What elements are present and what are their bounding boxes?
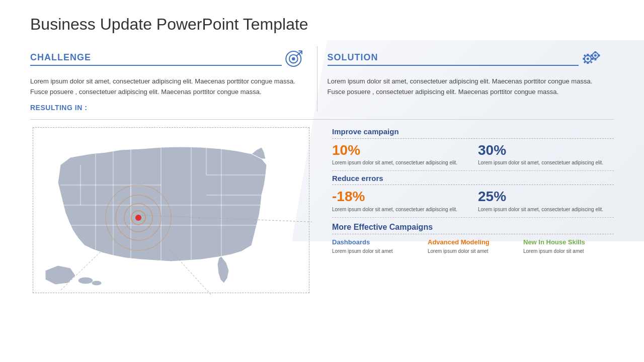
map-area <box>30 125 322 296</box>
svg-point-43 <box>135 215 141 221</box>
modeling-title: Advanced Modeling <box>428 238 518 246</box>
reduce-errors-metrics-row: -18% Lorem ipsum dolor sit amet, consect… <box>332 185 614 218</box>
more-effective-header: More Effective Campaigns <box>332 220 614 234</box>
challenge-title: CHALLENGE <box>30 52 282 66</box>
svg-rect-7 <box>587 62 589 64</box>
improve-metric-2-value: 30% <box>478 143 614 158</box>
svg-rect-6 <box>587 54 589 56</box>
solution-text: Lorem ipsum dolor sit amet, consectetuer… <box>328 76 604 98</box>
skills-title: New In House Skills <box>523 238 614 246</box>
resulting-in-label: RESULTING IN : <box>30 104 307 112</box>
campaign-item-modeling: Advanced Modeling Lorem ipsum dolor sit … <box>428 238 518 255</box>
svg-point-20 <box>78 277 93 284</box>
svg-point-2 <box>292 57 295 61</box>
main-title: Business Update PowerPoint Template <box>30 15 614 34</box>
gear-icon <box>579 46 604 71</box>
svg-rect-17 <box>594 59 596 60</box>
usa-map-container <box>30 125 312 296</box>
svg-rect-18 <box>591 54 592 56</box>
reduce-metric-1: -18% Lorem ipsum dolor sit amet, consect… <box>332 189 468 213</box>
challenge-text: Lorem ipsum dolor sit amet, consectetuer… <box>30 76 307 98</box>
challenge-header: CHALLENGE <box>30 46 307 71</box>
svg-point-5 <box>587 58 589 60</box>
slide: Business Update PowerPoint Template CHAL… <box>0 0 644 362</box>
campaign-item-dashboards: Dashboards Lorem ipsum dolor sit amet <box>332 238 423 255</box>
solution-column: SOLUTION <box>317 46 614 112</box>
svg-point-15 <box>594 54 597 57</box>
skills-desc: Lorem ipsum dolor sit amet <box>523 248 614 255</box>
solution-title: SOLUTION <box>328 52 579 66</box>
data-area: Improve campaign 10% Lorem ipsum dolor s… <box>322 125 614 296</box>
improve-metric-1-desc: Lorem ipsum dolor sit amet, consectetuer… <box>332 159 468 166</box>
top-section: CHALLENGE Lorem ipsum dolor sit amet, co… <box>30 46 614 120</box>
campaign-item-skills: New In House Skills Lorem ipsum dolor si… <box>523 238 614 255</box>
solution-header: SOLUTION <box>328 46 604 71</box>
reduce-errors-header: Reduce errors <box>332 171 614 185</box>
challenge-column: CHALLENGE Lorem ipsum dolor sit amet, co… <box>30 46 317 112</box>
improve-metric-2: 30% Lorem ipsum dolor sit amet, consecte… <box>478 143 614 167</box>
improve-metric-1: 10% Lorem ipsum dolor sit amet, consecte… <box>332 143 468 167</box>
svg-rect-19 <box>598 54 600 56</box>
usa-map-svg <box>30 125 312 296</box>
improve-metric-1-value: 10% <box>332 143 468 158</box>
dashboards-title: Dashboards <box>332 238 423 246</box>
target-icon <box>282 46 307 71</box>
reduce-metric-1-desc: Lorem ipsum dolor sit amet, consectetuer… <box>332 206 468 213</box>
modeling-desc: Lorem ipsum dolor sit amet <box>428 248 518 255</box>
svg-rect-8 <box>583 58 585 60</box>
reduce-metric-2: 25% Lorem ipsum dolor sit amet, consecte… <box>478 189 614 213</box>
reduce-metric-2-value: 25% <box>478 189 614 205</box>
bottom-section: Improve campaign 10% Lorem ipsum dolor s… <box>30 125 614 296</box>
svg-rect-16 <box>594 51 596 53</box>
campaigns-row: Dashboards Lorem ipsum dolor sit amet Ad… <box>332 234 614 255</box>
improve-campaign-header: Improve campaign <box>332 125 614 139</box>
svg-point-21 <box>92 281 102 286</box>
improve-metric-2-desc: Lorem ipsum dolor sit amet, consectetuer… <box>478 159 614 166</box>
improve-metrics-row: 10% Lorem ipsum dolor sit amet, consecte… <box>332 139 614 171</box>
reduce-metric-1-value: -18% <box>332 189 468 205</box>
dashboards-desc: Lorem ipsum dolor sit amet <box>332 248 423 255</box>
reduce-metric-2-desc: Lorem ipsum dolor sit amet, consectetuer… <box>478 206 614 213</box>
